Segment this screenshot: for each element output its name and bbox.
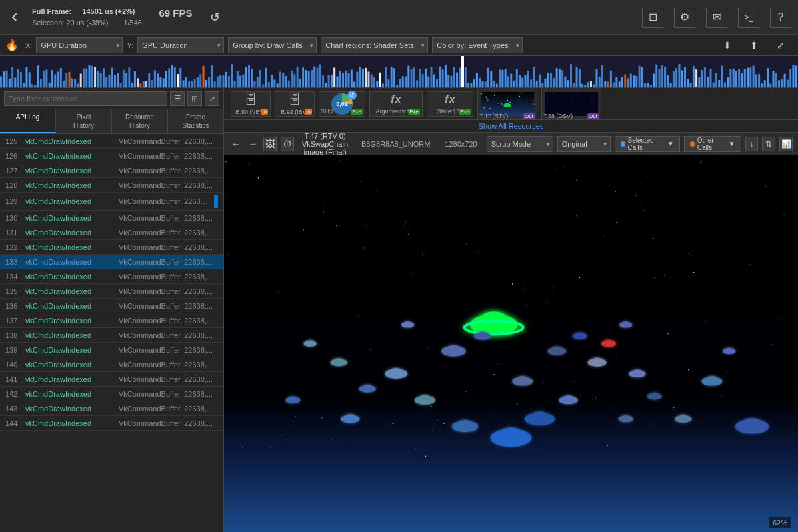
- frame-count: 1/546: [123, 19, 142, 27]
- exe-badge-state: Exe: [459, 109, 471, 115]
- other-calls-arrow: ▼: [729, 140, 735, 147]
- game-scene-canvas: [224, 155, 798, 532]
- bookmark-icon[interactable]: ⊡: [642, 7, 663, 28]
- reset-icon[interactable]: ↺: [347, 91, 357, 100]
- tab-api-log[interactable]: API Log: [0, 109, 56, 133]
- other-dot: [690, 141, 695, 147]
- selection-value: 20 us (-38%): [66, 19, 108, 27]
- list-item[interactable]: 129 vkCmdDrawIndexed VkCommandBuffer, 22…: [0, 193, 223, 211]
- in-badge-b90: In: [261, 109, 268, 115]
- help-icon[interactable]: ?: [770, 7, 791, 28]
- other-calls-label: Other Calls: [697, 137, 726, 151]
- tab-resource-history[interactable]: ResourceHistory: [112, 109, 168, 133]
- terminal-icon[interactable]: >_: [738, 7, 759, 28]
- zoom-indicator: 62%: [769, 517, 791, 528]
- settings-icon[interactable]: ⚙: [674, 7, 695, 28]
- list-item[interactable]: 128 vkCmdDrawIndexed VkCommandBuffer, 22…: [0, 178, 223, 193]
- main-content: ☰ ⊞ ↗ API Log PixelHistory ResourceHisto…: [0, 88, 798, 532]
- exe-badge-sh2: Exe: [351, 109, 363, 115]
- x-axis-select[interactable]: GPU Duration: [36, 37, 123, 53]
- viewer-controls: ← → 🖼 ⏱ T:47 (RTV 0) VkSwapChain image (…: [224, 133, 798, 155]
- chart-icon[interactable]: 📊: [779, 137, 793, 151]
- chart-regions-select[interactable]: Chart regions: Shader Sets: [321, 37, 428, 53]
- list-item[interactable]: 127 vkCmdDrawIndexed VkCommandBuffer, 22…: [0, 163, 223, 178]
- list-item[interactable]: 130 vkCmdDrawIndexed VkCommandBuffer, 22…: [0, 211, 223, 225]
- filter-tree-icon[interactable]: ⊞: [187, 91, 202, 106]
- expand-icon[interactable]: ⤢: [770, 35, 791, 56]
- mail-icon[interactable]: ✉: [706, 7, 727, 28]
- timeline[interactable]: [0, 56, 798, 88]
- refresh-button[interactable]: ↺: [206, 8, 225, 27]
- viewer-forward-button[interactable]: →: [247, 137, 260, 151]
- original-select[interactable]: Original: [557, 136, 611, 152]
- fx-icon-state: fx: [445, 93, 455, 107]
- label-t47: T:47 (RTV): [479, 113, 508, 119]
- show-all-resources-button[interactable]: Show All Resources: [224, 120, 798, 133]
- x-label: X:: [25, 41, 32, 49]
- scrub-mode-select[interactable]: Scrub Mode: [487, 136, 553, 152]
- filter-bar: ☰ ⊞ ↗: [0, 88, 223, 109]
- color-by-select[interactable]: Color by: Event Types: [432, 37, 523, 53]
- filter-export-icon[interactable]: ↗: [205, 91, 219, 106]
- selected-calls-label: Selected Calls: [628, 137, 665, 151]
- list-item[interactable]: 144 vkCmdDrawIndexed VkCommandBuffer, 22…: [0, 416, 223, 431]
- full-frame-label: Full Frame:: [32, 7, 71, 19]
- list-item[interactable]: 135 vkCmdDrawIndexed VkCommandBuffer, 22…: [0, 284, 223, 299]
- resource-b90[interactable]: 🗄 In B:90 (VBV): [231, 91, 271, 117]
- size-badge: 1280x720: [439, 140, 482, 148]
- selected-calls-arrow: ▼: [667, 140, 674, 147]
- filter-list-icon[interactable]: ☰: [170, 91, 185, 106]
- image-view-icon[interactable]: 🖼: [263, 137, 277, 151]
- list-item[interactable]: 126 vkCmdDrawIndexed VkCommandBuffer, 22…: [0, 149, 223, 163]
- list-item[interactable]: 125 vkCmdDrawIndexed VkCommandBuffer, 22…: [0, 134, 223, 149]
- other-calls-button[interactable]: Other Calls ▼: [684, 136, 741, 152]
- list-item[interactable]: 140 vkCmdDrawIndexed VkCommandBuffer, 22…: [0, 357, 223, 372]
- viewer-back-button[interactable]: ←: [229, 137, 243, 151]
- out-badge-t58: Out: [587, 113, 599, 119]
- image-viewer[interactable]: 62%: [224, 155, 798, 532]
- tab-pixel-history[interactable]: PixelHistory: [56, 109, 112, 133]
- axisbar: 🔥 X: GPU Duration Y: GPU Duration Group …: [0, 35, 798, 56]
- list-item[interactable]: 143 vkCmdDrawIndexed VkCommandBuffer, 22…: [0, 401, 223, 416]
- label-sh2: SH:2: [321, 108, 334, 115]
- save-viewer-icon[interactable]: ↓: [745, 137, 759, 151]
- list-item[interactable]: 139 vkCmdDrawIndexed VkCommandBuffer, 22…: [0, 343, 223, 357]
- y-label: Y:: [127, 41, 133, 49]
- list-item[interactable]: 141 vkCmdDrawIndexed VkCommandBuffer, 22…: [0, 372, 223, 387]
- selected-calls-button[interactable]: Selected Calls ▼: [615, 136, 680, 152]
- save-icon[interactable]: ⬇: [717, 35, 738, 56]
- list-item[interactable]: 132 vkCmdDrawIndexed VkCommandBuffer, 22…: [0, 240, 223, 255]
- resource-sh2[interactable]: 0,02 ↺ Exe SH:2: [319, 91, 365, 117]
- resource-b92[interactable]: 🗄 In B:92 (IBV): [275, 91, 315, 117]
- flame-icon: 🔥: [5, 39, 19, 51]
- list-item[interactable]: 131 vkCmdDrawIndexed VkCommandBuffer, 22…: [0, 225, 223, 240]
- format-badge: B8G8R8A8_UNORM: [356, 140, 435, 148]
- tab-frame-statistics[interactable]: FrameStatistics: [168, 109, 223, 133]
- list-item[interactable]: 134 vkCmdDrawIndexed VkCommandBuffer, 22…: [0, 269, 223, 284]
- resource-t47[interactable]: Out T:47 (RTV): [477, 88, 537, 120]
- group-by-select[interactable]: Group by: Draw Calls: [228, 37, 317, 53]
- list-item[interactable]: 136 vkCmdDrawIndexed VkCommandBuffer, 22…: [0, 299, 223, 313]
- filter-input[interactable]: [4, 91, 167, 106]
- resource-t58[interactable]: Out T:58 (DSV): [541, 88, 601, 120]
- list-item[interactable]: 133 vkCmdDrawIndexed VkCommandBuffer, 22…: [0, 255, 223, 269]
- list-item[interactable]: 138 vkCmdDrawIndexed VkCommandBuffer, 22…: [0, 328, 223, 343]
- selection-label: Selection:: [32, 19, 64, 27]
- list-item[interactable]: 142 vkCmdDrawIndexed VkCommandBuffer, 22…: [0, 387, 223, 401]
- exe-badge-args: Exe: [408, 109, 420, 115]
- clock-icon[interactable]: ⏱: [281, 137, 294, 151]
- compare-icon[interactable]: ⇅: [762, 137, 775, 151]
- y-axis-select[interactable]: GPU Duration: [137, 37, 224, 53]
- upload-icon[interactable]: ⬆: [743, 35, 765, 56]
- out-badge-t47: Out: [523, 113, 535, 119]
- pie-label: 0,02: [336, 101, 348, 107]
- resource-state133[interactable]: fx Exe State:133: [427, 91, 473, 117]
- fx-icon-args: fx: [391, 93, 401, 107]
- label-t58: T:58 (DSV): [543, 113, 573, 119]
- resource-args133[interactable]: fx Exe Arguments:133: [369, 91, 423, 117]
- viewer-title: T:47 (RTV 0) VkSwapChain image (Final): [302, 132, 348, 156]
- back-button[interactable]: [5, 8, 24, 27]
- api-list[interactable]: 125 vkCmdDrawIndexed VkCommandBuffer, 22…: [0, 134, 223, 532]
- list-item[interactable]: 137 vkCmdDrawIndexed VkCommandBuffer, 22…: [0, 313, 223, 328]
- left-panel: ☰ ⊞ ↗ API Log PixelHistory ResourceHisto…: [0, 88, 224, 532]
